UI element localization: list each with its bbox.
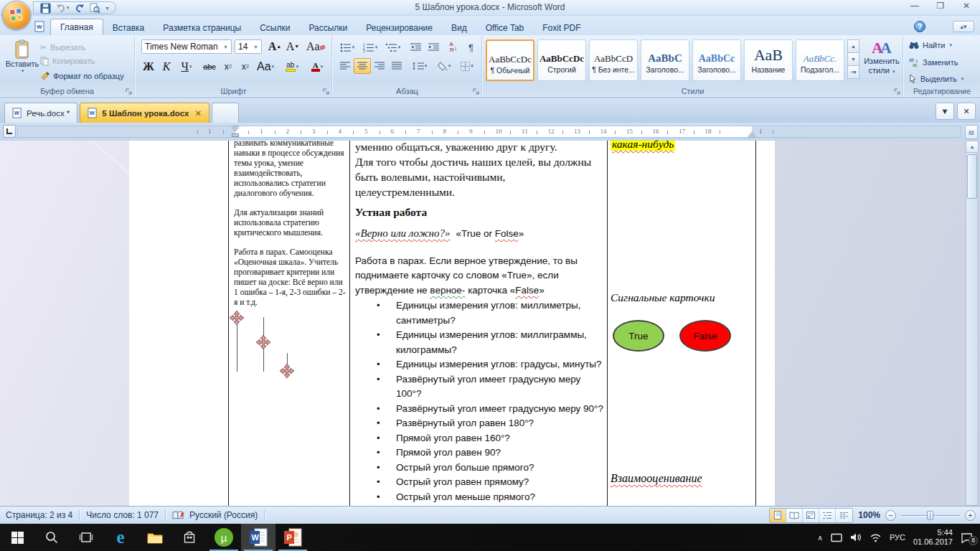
move-handle-icon[interactable] [280,364,294,378]
edge-browser-icon[interactable]: e [103,524,138,551]
tab-mailings[interactable]: Рассылки [299,20,357,35]
web-layout-view-icon[interactable] [803,509,819,522]
tray-expand-icon[interactable]: ∧ [818,534,823,542]
font-dialog-launcher[interactable] [323,88,329,95]
first-line-indent-marker[interactable] [232,126,239,131]
tab-review[interactable]: Рецензирование [357,20,442,35]
style-no-spacing[interactable]: AaBbCcD¶ Без инте... [589,39,638,81]
change-styles-button[interactable]: AA Изменить стили ▾ [862,39,902,76]
help-icon[interactable]: ? [914,21,925,32]
paste-button[interactable]: Вставить ▾ [6,39,39,85]
notification-center-icon[interactable]: 8 [961,532,973,543]
select-button[interactable]: Выделить▾ [909,74,963,83]
bullets-button[interactable]: ▾ [336,39,358,55]
redo-button[interactable] [75,4,85,13]
find-button[interactable]: Найти▾ [909,41,952,50]
document-tab-new[interactable] [212,103,239,123]
paste-dropdown-icon[interactable]: ▾ [22,68,24,74]
zoom-slider[interactable] [901,510,960,521]
zoom-slider-thumb[interactable] [927,511,933,520]
volume-icon[interactable] [850,532,862,542]
subscript-button[interactable]: x2 [220,58,236,75]
scrollbar-thumb[interactable] [967,154,977,199]
close-tab-icon[interactable]: ✕ [195,108,202,118]
tab-office-tab[interactable]: Office Tab [476,20,534,35]
style-strict[interactable]: AaBbCcDcСтрогий [537,39,586,81]
shrink-font-button[interactable]: A▼ [285,39,301,54]
store-icon[interactable] [172,524,207,551]
task-view-button[interactable] [69,524,103,551]
justify-button[interactable] [388,58,405,74]
highlight-button[interactable]: ab▾ [281,58,303,75]
format-painter-button[interactable]: Формат по образцу [40,70,124,83]
align-right-button[interactable] [371,58,388,74]
tab-view[interactable]: Вид [442,20,476,35]
print-layout-view-icon[interactable] [770,509,786,522]
right-indent-marker[interactable] [748,132,755,137]
page-indicator[interactable]: Страница: 2 из 4 [6,510,72,520]
hanging-indent-marker[interactable] [232,133,239,137]
underline-button[interactable]: Ч▾ [176,58,197,75]
superscript-button[interactable]: x2 [237,58,253,75]
style-heading2[interactable]: AaBbCcЗаголово... [692,39,741,81]
tab-list-dropdown-icon[interactable]: ▼ [936,103,954,120]
style-title[interactable]: АаВНазвание [744,39,793,81]
language-indicator[interactable]: Русский (Россия) [189,510,258,520]
horizontal-ruler[interactable]: 1 1 123456789101112131415161718 [17,126,961,138]
styles-scroll-down-icon[interactable]: ▼ [847,52,859,66]
document-page[interactable]: развивать коммуникативные навыки в проце… [129,141,775,506]
qat-customize-icon[interactable]: ▾ [105,5,109,11]
move-handle-icon[interactable] [230,311,244,325]
change-case-button[interactable]: Aa▾ [255,58,276,75]
multilevel-list-button[interactable]: ▾ [382,39,404,55]
tab-foxit-pdf[interactable]: Foxit PDF [533,20,590,35]
undo-button[interactable]: ▾ [56,4,70,13]
zoom-level[interactable]: 100% [858,510,880,520]
align-left-button[interactable] [336,58,354,74]
display-icon[interactable] [831,533,842,542]
vertical-scrollbar[interactable]: ▲ [966,141,979,506]
borders-button[interactable]: ▾ [456,58,478,74]
draft-view-icon[interactable] [836,509,852,522]
ruler-toggle-button[interactable]: ▤ [965,125,978,139]
utorrent-icon[interactable]: µ [207,524,241,551]
card-false[interactable]: False [679,320,731,352]
styles-scroll-up-icon[interactable]: ▲ [847,39,859,53]
spellcheck-icon[interactable]: ✗ [172,510,185,521]
styles-dialog-launcher[interactable] [894,88,900,95]
tab-insert[interactable]: Вставка [103,20,154,35]
line-shape[interactable] [237,323,237,372]
move-handle-icon[interactable] [256,335,270,349]
network-icon[interactable] [870,533,882,542]
maximize-button[interactable]: ❒ [934,1,947,11]
word-count[interactable]: Число слов: 1 077 [86,510,159,520]
style-normal[interactable]: AaBbCcDc¶ Обычный [486,39,534,81]
office-button[interactable] [2,1,31,29]
decrease-indent-button[interactable] [407,39,424,55]
line-spacing-button[interactable]: ▾ [409,58,430,74]
reading-view-icon[interactable] [786,509,803,522]
document-tab-shablon[interactable]: W 5 Шаблон урока.docx ✕ [80,103,209,123]
undo-dropdown-icon[interactable]: ▾ [67,5,70,11]
document-tab-rech[interactable]: W Речь.docx * [4,103,77,123]
increase-indent-button[interactable] [425,39,442,55]
copy-button[interactable]: Копировать [40,55,95,67]
office-tab-options-icon[interactable]: ▴▾ [953,21,974,32]
grow-font-button[interactable]: A▲ [266,39,283,54]
scroll-up-icon[interactable]: ▲ [966,141,978,153]
align-center-button[interactable] [354,58,371,74]
powerpoint-taskbar-icon[interactable]: P [275,524,310,551]
close-button[interactable]: ✕ [960,1,973,11]
font-size-combobox[interactable]: 14▼ [235,39,262,54]
tab-page-layout[interactable]: Разметка страницы [154,20,250,35]
close-document-icon[interactable]: ✕ [957,103,976,120]
zoom-out-button[interactable]: − [885,510,896,521]
style-heading1[interactable]: AaBbCЗаголово... [641,39,689,81]
tab-references[interactable]: Ссылки [250,20,299,35]
font-family-combobox[interactable]: Times New Roman▼ [141,39,232,54]
clear-formatting-button[interactable]: Aa [306,39,325,54]
paragraph-dialog-launcher[interactable] [473,88,479,95]
minimize-button[interactable]: — [908,1,921,11]
tab-stop-selector[interactable] [3,125,16,138]
font-color-button[interactable]: А▾ [306,58,328,75]
